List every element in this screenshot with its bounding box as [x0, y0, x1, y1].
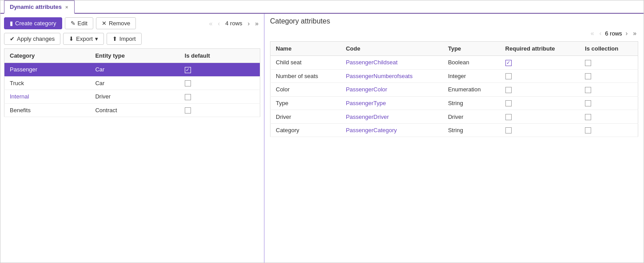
remove-label: Remove [109, 20, 130, 27]
attr-collection-cell[interactable] [580, 69, 638, 83]
entity-type-cell: Driver [90, 90, 179, 104]
last-page-button[interactable]: » [253, 19, 260, 28]
table-row[interactable]: BenefitsContract [4, 103, 260, 117]
col-entity-type: Entity type [90, 49, 179, 63]
rows-count: 4 rows [225, 20, 242, 27]
right-rows-count: 6 rows [605, 30, 622, 37]
attr-required-cell[interactable] [500, 123, 580, 137]
table-header-row: Category Entity type Is default [4, 49, 260, 63]
attr-type-cell: Driver [443, 110, 500, 124]
attr-collection-cell[interactable] [580, 83, 638, 97]
entity-type-cell: Car [90, 63, 179, 77]
attr-header-row: Name Code Type Required attribute Is col… [270, 42, 638, 56]
col-collection: Is collection [580, 42, 638, 56]
attr-type-cell: Boolean [443, 56, 500, 70]
attr-row[interactable]: CategoryPassengerCategoryString [270, 123, 638, 137]
is-default-cell[interactable] [179, 76, 260, 90]
attr-code-cell: PassengerType [341, 96, 443, 110]
toolbar-row1: ▮ Create category ✎ Edit ✕ Remove « ‹ 4 … [4, 17, 260, 29]
is-default-cell[interactable]: ✓ [179, 63, 260, 77]
attr-required-cell[interactable]: ✓ [500, 56, 580, 70]
export-button[interactable]: ⬇ Export ▾ [63, 33, 104, 45]
attr-required-cell[interactable] [500, 110, 580, 124]
export-chevron-icon: ▾ [95, 35, 98, 42]
toolbar-row2: ✔ Apply changes ⬇ Export ▾ ⬆ Import [4, 33, 260, 45]
attr-collection-cell[interactable] [580, 96, 638, 110]
tab-bar: Dynamic attributes × [0, 0, 644, 14]
edit-button[interactable]: ✎ Edit [65, 17, 93, 29]
right-panel: Category attributes « ‹ 6 rows › » Name … [265, 14, 644, 263]
main-layout: ▮ Create category ✎ Edit ✕ Remove « ‹ 4 … [0, 14, 644, 263]
attr-code-cell: PassengerDriver [341, 110, 443, 124]
is-default-cell[interactable] [179, 103, 260, 117]
attr-required-cell[interactable] [500, 96, 580, 110]
prev-page-button[interactable]: ‹ [216, 19, 222, 28]
attr-name-cell: Category [270, 123, 341, 137]
left-panel: ▮ Create category ✎ Edit ✕ Remove « ‹ 4 … [0, 14, 265, 263]
category-cell: Truck [4, 76, 90, 90]
import-button[interactable]: ⬆ Import [107, 33, 142, 45]
remove-button[interactable]: ✕ Remove [96, 17, 136, 29]
table-row[interactable]: InternalDriver [4, 90, 260, 104]
attr-row[interactable]: ColorPassengerColorEnumeration [270, 83, 638, 97]
right-prev-page-button[interactable]: ‹ [598, 29, 604, 38]
attr-required-cell[interactable] [500, 83, 580, 97]
table-row[interactable]: PassengerCar✓ [4, 63, 260, 77]
col-code: Code [341, 42, 443, 56]
dynamic-attributes-tab[interactable]: Dynamic attributes × [4, 0, 75, 14]
first-page-button[interactable]: « [207, 19, 215, 28]
attr-row[interactable]: Number of seatsPassengerNumberofseatsInt… [270, 69, 638, 83]
col-required: Required attribute [500, 42, 580, 56]
category-cell: Internal [4, 90, 90, 104]
attr-collection-cell[interactable] [580, 110, 638, 124]
import-icon: ⬆ [112, 35, 117, 42]
category-attributes-title: Category attributes [270, 17, 638, 25]
create-icon: ▮ [10, 20, 13, 27]
tab-label: Dynamic attributes [10, 4, 62, 10]
col-name: Name [270, 42, 341, 56]
left-pagination: « ‹ 4 rows › » [207, 19, 260, 28]
export-icon: ⬇ [69, 35, 74, 42]
export-label: Export [76, 35, 93, 42]
edit-label: Edit [78, 20, 87, 27]
table-row[interactable]: TruckCar [4, 76, 260, 90]
create-label: Create category [15, 20, 56, 27]
tab-close-icon[interactable]: × [65, 4, 68, 10]
col-category: Category [4, 49, 90, 63]
right-next-page-button[interactable]: › [624, 29, 630, 38]
next-page-button[interactable]: › [246, 19, 252, 28]
col-type: Type [443, 42, 500, 56]
attr-code-cell: PassengerCategory [341, 123, 443, 137]
attr-name-cell: Number of seats [270, 69, 341, 83]
right-last-page-button[interactable]: » [631, 29, 638, 38]
category-cell: Passenger [4, 63, 90, 77]
create-category-button[interactable]: ▮ Create category [4, 17, 62, 29]
attr-name-cell: Child seat [270, 56, 341, 70]
attr-code-cell: PassengerChildseat [341, 56, 443, 70]
attr-type-cell: String [443, 96, 500, 110]
attr-name-cell: Type [270, 96, 341, 110]
attr-name-cell: Color [270, 83, 341, 97]
col-is-default: Is default [179, 49, 260, 63]
entity-type-cell: Contract [90, 103, 179, 117]
right-first-page-button[interactable]: « [589, 29, 596, 38]
attr-type-cell: Enumeration [443, 83, 500, 97]
attr-collection-cell[interactable] [580, 123, 638, 137]
attr-row[interactable]: Child seatPassengerChildseatBoolean✓ [270, 56, 638, 70]
apply-changes-button[interactable]: ✔ Apply changes [4, 33, 60, 45]
edit-icon: ✎ [71, 20, 76, 27]
is-default-cell[interactable] [179, 90, 260, 104]
attr-name-cell: Driver [270, 110, 341, 124]
import-label: Import [119, 35, 136, 42]
entity-type-cell: Car [90, 76, 179, 90]
attr-row[interactable]: DriverPassengerDriverDriver [270, 110, 638, 124]
attr-required-cell[interactable] [500, 69, 580, 83]
apply-label: Apply changes [17, 35, 55, 42]
attr-type-cell: Integer [443, 69, 500, 83]
attr-code-cell: PassengerColor [341, 83, 443, 97]
remove-icon: ✕ [102, 20, 107, 27]
attr-code-cell: PassengerNumberofseats [341, 69, 443, 83]
attr-collection-cell[interactable] [580, 56, 638, 70]
category-cell: Benefits [4, 103, 90, 117]
attr-row[interactable]: TypePassengerTypeString [270, 96, 638, 110]
